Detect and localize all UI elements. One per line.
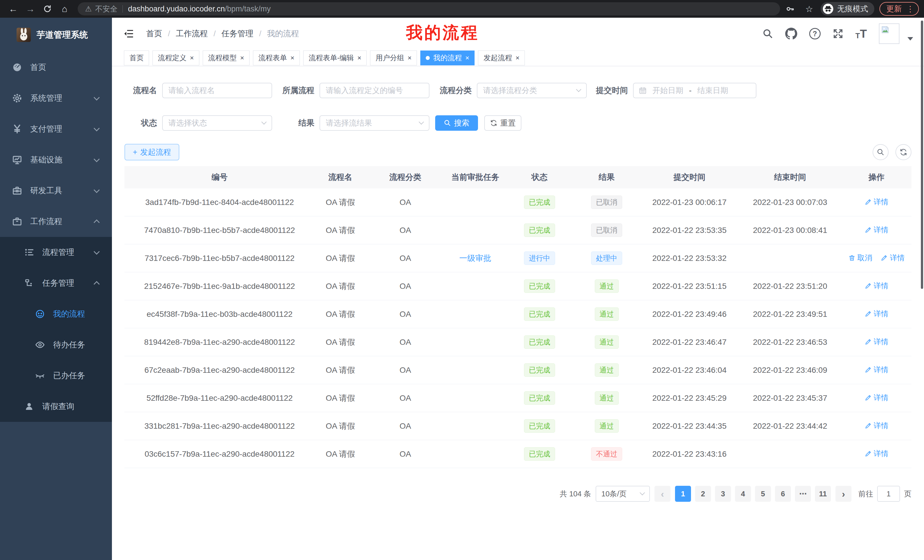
next-page-button[interactable]: ›	[836, 486, 852, 502]
current-task-link[interactable]: 一级审批	[459, 254, 491, 263]
row-actions: 取消 详情	[842, 365, 911, 375]
fullscreen-icon[interactable]	[832, 28, 843, 39]
close-icon[interactable]: ×	[240, 54, 244, 61]
avatar-dropdown-caret[interactable]	[908, 37, 913, 40]
detail-link[interactable]: 详情	[865, 281, 889, 291]
detail-link[interactable]: 详情	[865, 449, 889, 459]
detail-link[interactable]: 详情	[865, 225, 889, 235]
search-button[interactable]: 搜索	[435, 115, 478, 131]
avatar[interactable]	[879, 23, 900, 44]
browser-home-icon[interactable]: ⌂	[57, 0, 72, 18]
close-icon[interactable]: ×	[515, 54, 519, 61]
page-button[interactable]: 2	[695, 486, 711, 502]
detail-link[interactable]: 详情	[880, 253, 904, 263]
sidebar-item-todo-tasks[interactable]: 待办任务	[0, 329, 112, 360]
password-key-icon[interactable]	[785, 4, 798, 14]
page-button[interactable]: 3	[715, 486, 731, 502]
close-icon[interactable]: ×	[408, 54, 411, 61]
page-button[interactable]: ⋯	[795, 486, 811, 502]
chrome-update-button[interactable]: 更新 ⋮	[879, 2, 919, 16]
detail-link[interactable]: 详情	[865, 197, 889, 207]
status-select[interactable]: 请选择状态	[162, 115, 272, 131]
column-header: 状态	[506, 172, 573, 183]
sidebar-item-leave-query[interactable]: 请假查询	[0, 391, 112, 422]
sidebar-item-infra[interactable]: 基础设施	[0, 144, 112, 175]
address-bar[interactable]: ⚠ 不安全 dashboard.yudao.iocoder.cn/bpm/tas…	[78, 2, 780, 15]
dashboard-icon	[12, 62, 22, 72]
detail-link[interactable]: 详情	[865, 421, 889, 431]
status-badge: 已完成	[524, 419, 555, 433]
sidebar-item-devtools[interactable]: 研发工具	[0, 175, 112, 206]
sidebar-item-home[interactable]: 首页	[0, 52, 112, 83]
search-icon[interactable]	[762, 28, 773, 39]
page-button[interactable]: 11	[815, 486, 831, 502]
start-process-button[interactable]: + 发起流程	[124, 144, 179, 160]
view-tab[interactable]: 流程模型 ×	[203, 51, 249, 65]
view-tab[interactable]: 首页 ×	[124, 51, 149, 65]
sidebar-item-payment[interactable]: 支付管理	[0, 114, 112, 144]
prev-page-button[interactable]: ‹	[654, 486, 670, 502]
sidebar-item-done-tasks[interactable]: 已办任务	[0, 360, 112, 391]
sidebar-item-task-mgmt[interactable]: 任务管理	[0, 268, 112, 298]
submit-time-range-picker[interactable]: 开始日期 - 结束日期	[633, 83, 756, 98]
browser-menu-icon[interactable]: ⋮	[906, 4, 914, 14]
help-icon[interactable]: ?	[809, 28, 820, 39]
page-size-select[interactable]: 10条/页	[596, 486, 650, 502]
reset-button[interactable]: 重置	[484, 115, 521, 131]
table-row: 331bc281-7b9a-11ec-a290-acde48001122 OA …	[124, 412, 911, 440]
page-button[interactable]: 4	[735, 486, 751, 502]
toggle-search-icon[interactable]	[873, 144, 889, 160]
close-icon[interactable]: ×	[290, 54, 294, 61]
app-title: 芋道管理系统	[36, 29, 88, 41]
pagination: 共 104 条 10条/页 ‹ 1 2 3 4 5 6	[124, 486, 911, 502]
status-badge: 进行中	[524, 252, 555, 265]
result-label: 结果	[272, 118, 320, 129]
scrollbar[interactable]	[921, 21, 923, 289]
view-tab[interactable]: 发起流程 ×	[478, 51, 525, 65]
breadcrumb-item[interactable]: 首页	[146, 28, 176, 39]
view-tab[interactable]: 流程表单 ×	[253, 51, 300, 65]
browser-forward-icon[interactable]: →	[22, 0, 38, 18]
refresh-icon[interactable]	[896, 144, 911, 160]
browser-back-icon[interactable]: ←	[5, 0, 21, 18]
close-icon[interactable]: ×	[465, 54, 469, 61]
goto-page-input[interactable]	[877, 486, 900, 502]
sidebar-item-system[interactable]: 系统管理	[0, 83, 112, 114]
detail-link[interactable]: 详情	[865, 309, 889, 319]
page-button[interactable]: 5	[755, 486, 771, 502]
sidebar-collapse-icon[interactable]	[123, 28, 135, 40]
browser-reload-icon[interactable]	[39, 4, 56, 13]
breadcrumb-item[interactable]: 任务管理	[222, 28, 267, 39]
close-icon[interactable]: ×	[357, 54, 361, 61]
result-badge: 通过	[595, 279, 619, 293]
detail-link[interactable]: 详情	[865, 365, 889, 375]
category-select[interactable]: 请选择流程分类	[477, 83, 587, 98]
view-tab[interactable]: 用户分组 ×	[370, 51, 417, 65]
breadcrumb-item[interactable]: 我的流程	[267, 28, 299, 39]
bookmark-star-icon[interactable]: ☆	[803, 4, 816, 14]
detail-link[interactable]: 详情	[865, 337, 889, 347]
view-tab[interactable]: 流程定义 ×	[153, 51, 199, 65]
sidebar-item-process-mgmt[interactable]: 流程管理	[0, 237, 112, 268]
process-name-input[interactable]	[162, 83, 272, 98]
result-select[interactable]: 请选择流结果	[320, 115, 429, 131]
detail-link[interactable]: 详情	[865, 393, 889, 403]
close-icon[interactable]: ×	[190, 54, 194, 61]
process-def-input[interactable]	[320, 83, 429, 98]
github-icon[interactable]	[785, 28, 797, 40]
chevron-up-icon	[94, 219, 100, 225]
process-category: OA	[366, 422, 445, 431]
sidebar-item-my-process[interactable]: 我的流程	[0, 298, 112, 329]
column-header: 流程名	[315, 172, 366, 183]
font-size-icon[interactable]: TT	[855, 27, 867, 40]
cancel-link[interactable]: 取消	[848, 253, 872, 263]
page-button[interactable]: 6	[775, 486, 791, 502]
view-tab[interactable]: 流程表单-编辑 ×	[303, 51, 367, 65]
person-icon	[24, 401, 34, 412]
sidebar-item-workflow[interactable]: 工作流程	[0, 206, 112, 237]
view-tab[interactable]: 我的流程 ×	[420, 51, 475, 65]
breadcrumb-item[interactable]: 工作流程	[176, 28, 222, 39]
tab-label: 流程表单	[258, 53, 287, 63]
app-logo-row[interactable]: 芋道管理系统	[0, 18, 112, 52]
page-button[interactable]: 1	[675, 486, 691, 502]
